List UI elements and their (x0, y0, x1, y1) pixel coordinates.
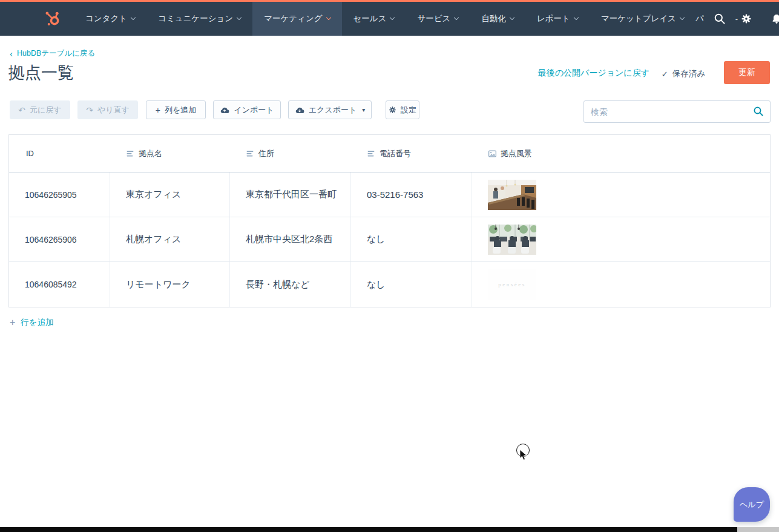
undo-icon: ↶ (18, 106, 25, 114)
cell-phone[interactable]: なし (350, 262, 472, 307)
import-button[interactable]: インポート (213, 100, 281, 119)
search-icon[interactable] (714, 13, 726, 25)
breadcrumb[interactable]: ‹ HubDBテーブルに戻る (10, 48, 95, 59)
nav-item-label: サービス (417, 13, 450, 24)
check-icon: ✓ (662, 70, 668, 79)
gear-icon (389, 106, 396, 114)
cell-address[interactable]: 長野・札幌など (229, 262, 350, 307)
nav-item-label: 自動化 (481, 13, 506, 24)
table-header-row: ID 拠点名 住所 電話番号 拠点風景 (9, 135, 770, 172)
nav-item-marketplace[interactable]: マーケットプレイス (590, 2, 695, 36)
redo-button[interactable]: ↷ やり直す (77, 100, 138, 119)
chevron-down-icon (680, 15, 685, 20)
nav-item-automation[interactable]: 自動化 (470, 2, 525, 36)
cloud-upload-icon (220, 107, 229, 114)
nav-item-label: マーケティング (264, 13, 322, 24)
nav-menu: コンタクト コミュニケーション マーケティング セールス サービス 自動化 レポ… (74, 2, 695, 36)
bottom-progress-fill (0, 527, 737, 532)
plus-icon: + (10, 318, 15, 327)
mouse-cursor (519, 449, 528, 461)
nav-item-label: レポート (537, 13, 570, 24)
nav-right-cluster: パ - (695, 2, 779, 36)
add-row-link[interactable]: + 行を追加 (10, 317, 54, 328)
cell-id: 10646265905 (9, 172, 110, 217)
table-row: 10646085492 リモートワーク 長野・札幌など なし pensées (9, 262, 770, 307)
dash-glyph: - (735, 15, 738, 24)
search-icon[interactable] (753, 106, 764, 117)
tokyo-office-photo[interactable] (488, 180, 536, 210)
column-header-address[interactable]: 住所 (229, 148, 350, 159)
back-chevron-icon: ‹ (10, 50, 13, 57)
chevron-down-icon (454, 15, 459, 20)
table-settings-button[interactable]: 設定 (386, 100, 419, 119)
notifications-bell-icon[interactable] (771, 13, 779, 25)
chevron-down-icon (237, 15, 242, 20)
nav-item-label: セールス (353, 13, 387, 24)
table-row: 10646265905 東京オフィス 東京都千代田区一番町 03-5216-75… (9, 172, 770, 217)
column-header-name[interactable]: 拠点名 (110, 148, 229, 159)
column-label: ID (26, 149, 34, 158)
column-label: 住所 (258, 148, 274, 159)
table-row: 10646265906 札幌オフィス 札幌市中央区北2条西 なし (9, 217, 770, 262)
column-header-image[interactable]: 拠点風景 (472, 148, 770, 159)
nav-item-contacts[interactable]: コンタクト (74, 2, 146, 36)
cell-name[interactable]: 札幌オフィス (110, 217, 229, 261)
nav-item-label: マーケットプレイス (601, 13, 676, 24)
chevron-down-icon (326, 15, 330, 20)
update-button[interactable]: 更新 (724, 61, 770, 84)
settings-gear-icon[interactable] (740, 13, 752, 25)
text-column-icon (127, 150, 134, 157)
cell-name[interactable]: 東京オフィス (110, 172, 229, 217)
export-label: エクスポート (309, 105, 357, 116)
cell-name[interactable]: リモートワーク (110, 262, 229, 307)
nav-item-marketing[interactable]: マーケティング (252, 2, 341, 36)
saved-status: ✓ 保存済み (662, 68, 705, 79)
help-button[interactable]: ヘルプ (734, 487, 770, 522)
import-label: インポート (234, 105, 274, 116)
column-label: 拠点名 (139, 148, 162, 159)
caret-down-icon: ▾ (362, 107, 365, 113)
nav-item-truncated[interactable]: パ (695, 13, 704, 24)
cell-address[interactable]: 東京都千代田区一番町 (229, 172, 350, 217)
chevron-down-icon (131, 15, 136, 20)
hubspot-logo-icon[interactable] (44, 10, 61, 27)
redo-icon: ↷ (86, 106, 93, 114)
breadcrumb-label: HubDBテーブルに戻る (17, 48, 95, 59)
bottom-progress-bar (0, 527, 779, 532)
pensees-logo-image[interactable]: pensées (488, 269, 536, 300)
undo-button[interactable]: ↶ 元に戻す (10, 100, 70, 119)
column-label: 拠点風景 (501, 148, 532, 159)
page-title: 拠点一覧 (8, 62, 74, 84)
search-input[interactable] (583, 100, 771, 123)
undo-label: 元に戻す (30, 105, 62, 116)
text-column-icon (246, 150, 254, 157)
text-column-icon (367, 150, 375, 157)
cell-phone[interactable]: 03-5216-7563 (350, 172, 472, 217)
nav-item-communication[interactable]: コミュニケーション (146, 2, 252, 36)
column-header-id[interactable]: ID (9, 149, 110, 158)
settings-label: 設定 (401, 105, 416, 116)
column-label: 電話番号 (380, 148, 411, 159)
add-column-button[interactable]: + 列を追加 (146, 100, 206, 119)
chevron-down-icon (574, 15, 579, 20)
nav-item-sales[interactable]: セールス (342, 2, 406, 36)
chevron-down-icon (390, 15, 395, 20)
cell-image: pensées (472, 262, 770, 307)
nav-item-reports[interactable]: レポート (525, 2, 590, 36)
cell-image (472, 172, 770, 217)
revert-to-published-link[interactable]: 最後の公開バージョンに戻す (538, 68, 649, 79)
plus-icon: + (156, 106, 160, 114)
table-search (583, 100, 771, 123)
top-navigation: コンタクト コミュニケーション マーケティング セールス サービス 自動化 レポ… (0, 0, 779, 36)
image-column-icon (488, 150, 496, 157)
column-header-phone[interactable]: 電話番号 (350, 148, 472, 159)
sapporo-office-photo[interactable] (488, 225, 536, 255)
cell-address[interactable]: 札幌市中央区北2条西 (229, 217, 350, 261)
export-button[interactable]: エクスポート ▾ (288, 100, 372, 119)
cell-id: 10646085492 (9, 262, 110, 307)
chevron-down-icon (510, 15, 514, 20)
cell-phone[interactable]: なし (350, 217, 472, 261)
nav-item-service[interactable]: サービス (406, 2, 470, 36)
cloud-download-icon (295, 107, 304, 114)
saved-status-label: 保存済み (672, 68, 705, 79)
